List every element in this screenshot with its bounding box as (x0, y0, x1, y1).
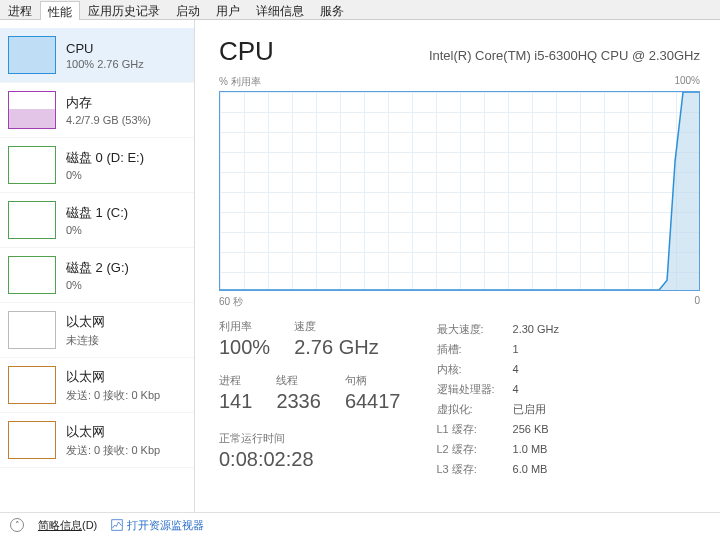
footer: ˄ 简略信息(D) 打开资源监视器 (0, 512, 720, 537)
tab-5[interactable]: 详细信息 (248, 0, 312, 19)
open-resource-monitor-link[interactable]: 打开资源监视器 (111, 518, 204, 533)
sidebar-item-sub: 0% (66, 279, 129, 291)
spec-value: 2.30 GHz (513, 319, 559, 339)
main-panel: CPU Intel(R) Core(TM) i5-6300HQ CPU @ 2.… (195, 20, 720, 512)
sidebar-item-title: 磁盘 2 (G:) (66, 259, 129, 277)
tab-2[interactable]: 应用历史记录 (80, 0, 168, 19)
sidebar-item-title: CPU (66, 41, 144, 56)
sidebar-item-4[interactable]: 磁盘 2 (G:)0% (0, 248, 194, 303)
axis-bottom-right: 0 (694, 295, 700, 309)
sidebar-item-title: 磁盘 0 (D: E:) (66, 149, 144, 167)
sidebar-item-title: 以太网 (66, 368, 160, 386)
tab-bar: 进程性能应用历史记录启动用户详细信息服务 (0, 0, 720, 20)
perf-icon (111, 519, 123, 531)
sidebar-item-title: 以太网 (66, 423, 160, 441)
chevron-up-icon[interactable]: ˄ (10, 518, 24, 532)
sidebar-item-3[interactable]: 磁盘 1 (C:)0% (0, 193, 194, 248)
stat-block: 利用率100% (219, 319, 270, 359)
tab-4[interactable]: 用户 (208, 0, 248, 19)
spec-value: 1 (513, 339, 559, 359)
spec-value: 4 (513, 379, 559, 399)
summary-toggle[interactable]: 简略信息(D) (38, 518, 97, 533)
sidebar-item-2[interactable]: 磁盘 0 (D: E:)0% (0, 138, 194, 193)
sidebar-item-1[interactable]: 内存4.2/7.9 GB (53%) (0, 83, 194, 138)
spec-label: 内核: (437, 359, 495, 379)
sidebar-item-title: 以太网 (66, 313, 105, 331)
spec-label: L3 缓存: (437, 459, 495, 479)
spec-value: 256 KB (513, 419, 559, 439)
sidebar-item-sub: 4.2/7.9 GB (53%) (66, 114, 151, 126)
sidebar-item-sub: 发送: 0 接收: 0 Kbp (66, 443, 160, 458)
cpu-model: Intel(R) Core(TM) i5-6300HQ CPU @ 2.30GH… (429, 48, 700, 63)
sidebar: CPU100% 2.76 GHz内存4.2/7.9 GB (53%)磁盘 0 (… (0, 20, 195, 512)
spec-label: L1 缓存: (437, 419, 495, 439)
stat-block: 进程141 (219, 373, 252, 413)
spec-value: 已启用 (513, 399, 559, 419)
stat-block: 句柄64417 (345, 373, 401, 413)
sidebar-item-sub: 0% (66, 169, 144, 181)
sidebar-item-title: 磁盘 1 (C:) (66, 204, 128, 222)
sidebar-item-7[interactable]: 以太网发送: 0 接收: 0 Kbp (0, 413, 194, 468)
stat-block: 速度2.76 GHz (294, 319, 378, 359)
cpu-chart (219, 91, 700, 291)
spec-label: L2 缓存: (437, 439, 495, 459)
spec-value: 1.0 MB (513, 439, 559, 459)
spec-value: 4 (513, 359, 559, 379)
stat-block: 线程2336 (276, 373, 321, 413)
sidebar-item-0[interactable]: CPU100% 2.76 GHz (0, 28, 194, 83)
uptime-label: 正常运行时间 (219, 431, 401, 446)
spec-label: 最大速度: (437, 319, 495, 339)
uptime-value: 0:08:02:28 (219, 448, 401, 471)
page-title: CPU (219, 36, 274, 67)
tab-1[interactable]: 性能 (40, 1, 80, 20)
sidebar-item-6[interactable]: 以太网发送: 0 接收: 0 Kbp (0, 358, 194, 413)
tab-3[interactable]: 启动 (168, 0, 208, 19)
axis-top-left: % 利用率 (219, 75, 261, 89)
spec-value: 6.0 MB (513, 459, 559, 479)
sidebar-item-sub: 发送: 0 接收: 0 Kbp (66, 388, 160, 403)
tab-0[interactable]: 进程 (0, 0, 40, 19)
tab-6[interactable]: 服务 (312, 0, 352, 19)
axis-top-right: 100% (674, 75, 700, 89)
sidebar-item-5[interactable]: 以太网未连接 (0, 303, 194, 358)
sidebar-item-sub: 未连接 (66, 333, 105, 348)
axis-bottom-left: 60 秒 (219, 295, 243, 309)
sidebar-item-sub: 0% (66, 224, 128, 236)
spec-label: 虚拟化: (437, 399, 495, 419)
sidebar-item-title: 内存 (66, 94, 151, 112)
spec-label: 逻辑处理器: (437, 379, 495, 399)
sidebar-item-sub: 100% 2.76 GHz (66, 58, 144, 70)
spec-label: 插槽: (437, 339, 495, 359)
